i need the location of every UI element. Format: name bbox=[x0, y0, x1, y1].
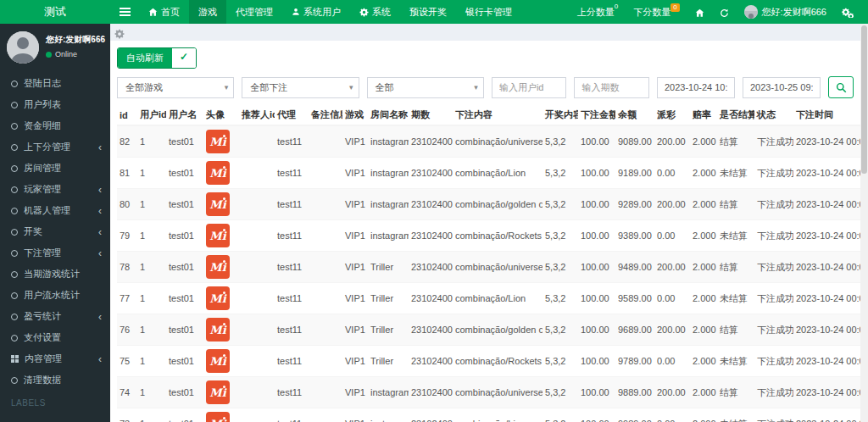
home-icon[interactable] bbox=[687, 0, 712, 24]
cell-note bbox=[309, 158, 342, 189]
cell-time: 2023-10-24 00:00:35 bbox=[793, 314, 860, 346]
circle-icon bbox=[11, 229, 18, 236]
cogs-icon[interactable] bbox=[834, 0, 861, 24]
down-score-link[interactable]: 下分数量 0 bbox=[626, 0, 687, 24]
cell-payout: 200.00 bbox=[654, 125, 690, 158]
chevron-down-icon: ▾ bbox=[225, 83, 229, 92]
cell-room: instagram bbox=[368, 220, 409, 252]
auto-refresh-toggle[interactable]: 自动刷新 ✓ bbox=[117, 47, 197, 69]
nav-item-label: 游戏 bbox=[198, 6, 217, 19]
row-avatar-image: Mi bbox=[206, 130, 230, 153]
scrollbar-thumb[interactable] bbox=[861, 25, 867, 174]
cell-draw: 5,3,2 bbox=[542, 158, 578, 189]
refresh-icon[interactable] bbox=[712, 0, 737, 24]
row-avatar-image: Mi bbox=[206, 255, 230, 279]
cell-username: test01 bbox=[166, 314, 203, 346]
nav-item[interactable]: 游戏 bbox=[189, 0, 226, 24]
sidebar-toggle-icon[interactable] bbox=[110, 0, 139, 24]
sidebar-item[interactable]: 盈亏统计‹ bbox=[0, 306, 110, 327]
chevron-left-icon: ‹ bbox=[98, 313, 102, 321]
content-gear-icon[interactable] bbox=[110, 24, 860, 41]
sidebar-item-label: 用户流水统计 bbox=[24, 289, 80, 302]
sidebar-item[interactable]: 机器人管理‹ bbox=[0, 200, 110, 221]
brand-logo[interactable]: 测试 bbox=[0, 0, 110, 24]
cell-odds: 2.000 bbox=[690, 314, 717, 346]
cell-user_id: 1 bbox=[137, 158, 166, 189]
sidebar-item[interactable]: 内容管理‹ bbox=[0, 348, 110, 369]
sidebar-item[interactable]: 开奖‹ bbox=[0, 221, 110, 242]
cell-settled: 未结算 bbox=[717, 346, 754, 377]
online-dot-icon bbox=[46, 52, 52, 58]
nav-item[interactable]: 代理管理 bbox=[226, 0, 282, 24]
cell-amount: 100.00 bbox=[578, 252, 615, 283]
search-button[interactable] bbox=[828, 76, 854, 98]
nav-item[interactable]: 系统用户 bbox=[282, 0, 350, 24]
cell-settled: 未结算 bbox=[717, 283, 754, 314]
sidebar-item[interactable]: 清理数据 bbox=[0, 369, 110, 391]
sidebar-user-name: 您好:发财啊666 bbox=[46, 34, 105, 46]
game-select[interactable]: 全部游戏▾ bbox=[117, 77, 234, 98]
user-menu[interactable]: 您好:发财啊666 bbox=[737, 0, 834, 24]
cell-referrer bbox=[239, 158, 275, 189]
sidebar-item[interactable]: 房间管理 bbox=[0, 158, 110, 179]
nav-item-label: 首页 bbox=[161, 6, 180, 19]
column-header: 推荐人id bbox=[239, 105, 275, 125]
cell-id: 78 bbox=[117, 252, 137, 283]
cell-avatar: Mi bbox=[203, 377, 239, 408]
cell-id: 76 bbox=[117, 314, 137, 346]
sidebar-item[interactable]: 上下分管理‹ bbox=[0, 136, 110, 158]
row-avatar-image: Mi bbox=[206, 380, 230, 404]
nav-item[interactable]: 预设开奖 bbox=[400, 0, 456, 24]
cell-agent: test11 bbox=[275, 189, 309, 220]
cell-avatar: Mi bbox=[203, 314, 239, 346]
cell-odds: 2.000 bbox=[690, 125, 717, 158]
cell-id: 75 bbox=[117, 346, 137, 377]
cell-time: 2023-10-24 00:00:35 bbox=[793, 346, 860, 377]
cell-payout: 0.00 bbox=[654, 158, 690, 189]
sidebar-item[interactable]: 资金明细 bbox=[0, 115, 110, 136]
cell-room: instagram bbox=[368, 125, 409, 158]
nav-item[interactable]: 银行卡管理 bbox=[456, 0, 521, 24]
table-body: 821test01Mitest11VIP1instagram231024001c… bbox=[117, 125, 860, 422]
date-from-input[interactable] bbox=[657, 77, 735, 98]
circle-icon bbox=[11, 208, 18, 214]
cell-user_id: 1 bbox=[137, 125, 166, 158]
scrollbar-track[interactable] bbox=[860, 24, 868, 422]
chevron-left-icon: ‹ bbox=[98, 249, 102, 258]
date-to-input[interactable] bbox=[743, 77, 821, 98]
sidebar-item[interactable]: 支付设置 bbox=[0, 327, 110, 348]
cell-agent: test11 bbox=[275, 220, 309, 252]
sidebar-item[interactable]: 玩家管理‹ bbox=[0, 179, 110, 200]
cell-game: VIP1 bbox=[342, 408, 368, 422]
cell-agent: test11 bbox=[275, 125, 309, 158]
sidebar-item[interactable]: 当期游戏统计 bbox=[0, 264, 110, 285]
cell-time: 2023-10-24 00:00:35 bbox=[793, 283, 860, 314]
nav-item[interactable]: 系统 bbox=[350, 0, 400, 24]
cell-user_id: 1 bbox=[137, 189, 166, 220]
sidebar-item[interactable]: 用户列表 bbox=[0, 94, 110, 115]
sidebar-item[interactable]: 登陆日志 bbox=[0, 73, 110, 94]
cell-status: 下注成功 bbox=[754, 346, 793, 377]
user-id-input[interactable] bbox=[492, 77, 567, 98]
cell-amount: 100.00 bbox=[578, 314, 615, 346]
chevron-left-icon: ‹ bbox=[98, 228, 102, 236]
cell-time: 2023-10-24 00:00:27 bbox=[793, 377, 860, 408]
cell-period: 231024001 bbox=[409, 125, 453, 158]
sidebar-item[interactable]: 用户流水统计 bbox=[0, 285, 110, 306]
status-select[interactable]: 全部▾ bbox=[367, 77, 484, 98]
period-input[interactable] bbox=[574, 77, 649, 98]
cell-username: test01 bbox=[166, 408, 203, 422]
cell-payout: 0.00 bbox=[654, 283, 690, 314]
bet-type-select[interactable]: 全部下注▾ bbox=[242, 77, 359, 98]
cell-payout: 200.00 bbox=[654, 314, 690, 346]
cell-username: test01 bbox=[166, 346, 203, 377]
cell-avatar: Mi bbox=[203, 125, 239, 158]
chevron-left-icon: ‹ bbox=[98, 143, 102, 152]
cell-amount: 100.00 bbox=[578, 158, 615, 189]
sidebar-item-label: 下注管理 bbox=[24, 247, 61, 259]
sidebar-item[interactable]: 下注管理‹ bbox=[0, 242, 110, 264]
cell-referrer bbox=[239, 125, 275, 158]
nav-item[interactable]: 首页 bbox=[139, 0, 189, 24]
up-score-link[interactable]: 上分数量 0 bbox=[570, 0, 626, 24]
main-content: 自动刷新 ✓ 全部游戏▾ 全部下注▾ 全部▾ bbox=[110, 24, 860, 422]
